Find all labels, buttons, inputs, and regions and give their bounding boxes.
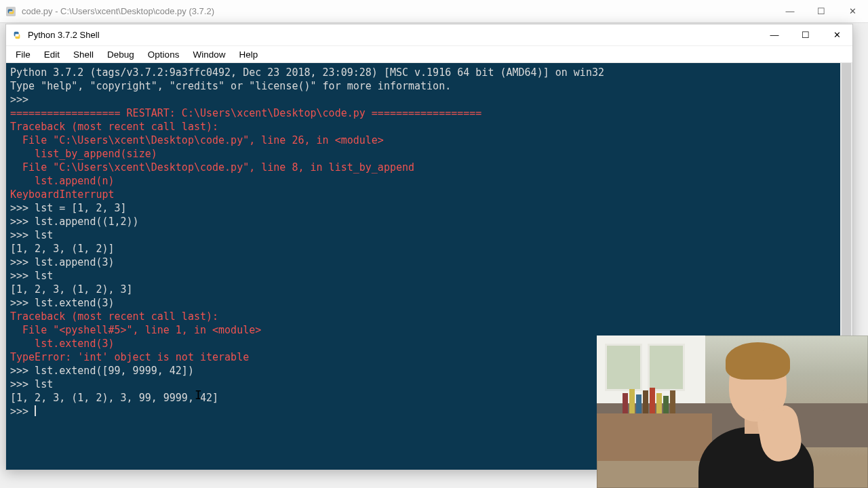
terminal-line: [1, 2, 3, (1, 2)] <box>10 242 848 256</box>
terminal-line: >>> lst.extend(3) <box>10 296 848 310</box>
terminal-line: ================== RESTART: C:\Users\xce… <box>10 106 848 120</box>
shell-title-text: Python 3.7.2 Shell <box>28 30 100 40</box>
terminal-text: >>> lst.extend([99, 9999, 42]) <box>10 365 194 377</box>
terminal-line: lst.append(n) <box>10 174 848 188</box>
terminal-line: File "C:\Users\xcent\Desktop\code.py", l… <box>10 161 848 174</box>
python-icon <box>12 30 22 41</box>
terminal-line: [1, 2, 3, (1, 2), 3] <box>10 283 848 296</box>
terminal-text: >>> lst = [1, 2, 3] <box>10 202 127 214</box>
webcam-person <box>671 346 827 488</box>
input-cursor <box>35 405 36 416</box>
terminal-line: Type "help", "copyright", "credits" or "… <box>10 79 848 93</box>
terminal-text: File "<pyshell#5>", line 1, in <module> <box>10 324 261 336</box>
menu-options[interactable]: Options <box>142 48 185 61</box>
terminal-line: >>> lst = [1, 2, 3] <box>10 201 848 215</box>
terminal-line: >>> lst.append(3) <box>10 256 848 269</box>
terminal-text: Traceback (most recent call last): <box>10 121 218 133</box>
terminal-text: >>> lst.extend(3) <box>10 297 115 309</box>
terminal-text: >>> <box>10 405 35 418</box>
terminal-text: lst.append(n) <box>10 175 115 187</box>
terminal-line: >>> <box>10 93 848 106</box>
terminal-line: list_by_append(size) <box>10 147 848 161</box>
terminal-line: Traceback (most recent call last): <box>10 120 848 134</box>
terminal-text: >>> lst.append((1,2)) <box>10 216 139 228</box>
terminal-text: File "C:\Users\xcent\Desktop\code.py", l… <box>10 161 414 174</box>
terminal-text: >>> lst <box>10 270 53 282</box>
menu-file[interactable]: File <box>10 48 36 61</box>
terminal-text: Python 3.7.2 (tags/v3.7.2:9a3ffc0492, De… <box>10 66 604 79</box>
background-window-controls: — ☐ ✕ <box>774 0 868 23</box>
background-titlebar[interactable]: code.py - C:\Users\xcent\Desktop\code.py… <box>0 0 868 23</box>
terminal-text: >>> lst <box>10 229 53 241</box>
terminal-text: TypeError: 'int' object is not iterable <box>10 351 249 363</box>
bg-minimize-button[interactable]: — <box>774 0 806 23</box>
shell-titlebar[interactable]: Python 3.7.2 Shell — ☐ ✕ <box>6 24 852 45</box>
terminal-text: lst.extend(3) <box>10 338 115 350</box>
python-file-icon <box>5 6 16 17</box>
menu-shell[interactable]: Shell <box>68 48 99 61</box>
menu-window[interactable]: Window <box>187 48 231 61</box>
webcam-bg-pane-1 <box>605 344 642 391</box>
background-title-text: code.py - C:\Users\xcent\Desktop\code.py… <box>22 6 214 16</box>
bg-close-button[interactable]: ✕ <box>837 0 868 23</box>
terminal-text: Traceback (most recent call last): <box>10 310 218 323</box>
shell-maximize-button[interactable]: ☐ <box>790 24 821 45</box>
webcam-overlay <box>597 336 868 488</box>
shell-window-controls: — ☐ ✕ <box>759 24 852 45</box>
terminal-text: Type "help", "copyright", "credits" or "… <box>10 80 451 92</box>
shell-close-button[interactable]: ✕ <box>821 24 852 45</box>
shell-menu-bar: File Edit Shell Debug Options Window Hel… <box>6 45 852 63</box>
terminal-text: >>> <box>10 94 35 106</box>
terminal-line: Traceback (most recent call last): <box>10 310 848 323</box>
terminal-text: [1, 2, 3, (1, 2), 3] <box>10 283 133 296</box>
terminal-line: >>> lst.append((1,2)) <box>10 215 848 228</box>
terminal-text: [1, 2, 3, (1, 2)] <box>10 243 115 255</box>
bg-maximize-button[interactable]: ☐ <box>806 0 837 23</box>
terminal-text: >>> lst.append(3) <box>10 256 115 268</box>
menu-edit[interactable]: Edit <box>39 48 65 61</box>
terminal-line: Python 3.7.2 (tags/v3.7.2:9a3ffc0492, De… <box>10 66 848 79</box>
terminal-line: KeyboardInterrupt <box>10 188 848 201</box>
terminal-text: ================== RESTART: C:\Users\xce… <box>10 107 481 119</box>
menu-help[interactable]: Help <box>233 48 263 61</box>
menu-debug[interactable]: Debug <box>102 48 140 61</box>
svg-rect-0 <box>6 7 16 16</box>
terminal-text: >>> lst <box>10 378 53 390</box>
terminal-text: [1, 2, 3, (1, 2), 3, 99, 9999, 42] <box>10 392 218 404</box>
terminal-text: KeyboardInterrupt <box>10 188 115 201</box>
shell-minimize-button[interactable]: — <box>759 24 790 45</box>
terminal-line: >>> lst <box>10 269 848 283</box>
terminal-text: list_by_append(size) <box>10 148 157 160</box>
terminal-text: File "C:\Users\xcent\Desktop\code.py", l… <box>10 134 384 146</box>
terminal-line: File "<pyshell#5>", line 1, in <module> <box>10 323 848 337</box>
terminal-line: File "C:\Users\xcent\Desktop\code.py", l… <box>10 134 848 147</box>
terminal-line: >>> lst <box>10 228 848 242</box>
